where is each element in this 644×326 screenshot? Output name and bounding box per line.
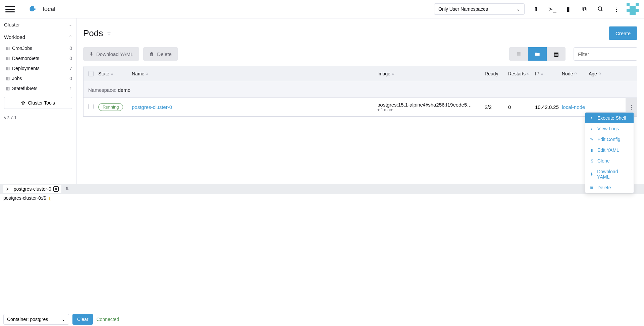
chevron-down-icon: ⌄ (516, 6, 520, 12)
user-avatar[interactable] (627, 3, 639, 15)
action-menu-item[interactable]: ⎘Clone (585, 155, 634, 166)
shell-icon[interactable]: ≻_ (549, 6, 555, 12)
create-button[interactable]: Create (609, 26, 637, 40)
sidebar-item[interactable]: ▥StatefulSets1 (0, 83, 76, 93)
terminal-tab[interactable]: ≻_ postgres-cluster-0 ✕ (3, 185, 61, 193)
page-title: Pods ☆ (83, 28, 112, 39)
action-menu-item[interactable]: ✎Edit Config (585, 134, 634, 145)
action-icon: ⎘ (589, 158, 594, 163)
action-menu-label: Edit YAML (597, 147, 619, 153)
clear-button[interactable]: Clear (72, 314, 93, 325)
filter-input[interactable] (574, 47, 637, 61)
delete-button[interactable]: 🗑 Delete (143, 47, 177, 61)
import-icon[interactable]: ⬆ (533, 6, 539, 12)
pod-ip: 10.42.0.25 (535, 104, 562, 110)
view-namespace-button[interactable] (528, 47, 547, 61)
select-all-checkbox[interactable] (88, 71, 94, 76)
sort-icon: ◇ (541, 72, 543, 75)
kubectl-icon[interactable]: ⧉ (581, 6, 588, 12)
menu-toggle[interactable] (5, 4, 15, 14)
svg-line-3 (601, 10, 602, 11)
sidebar-item-count: 0 (69, 76, 72, 81)
header-ready[interactable]: Ready (485, 71, 508, 76)
action-menu-label: Delete (597, 185, 611, 190)
action-icon: › (589, 116, 594, 120)
terminal-body[interactable]: postgres-cluster-0:/$ ▯ (0, 194, 644, 312)
action-menu-label: Clone (597, 158, 610, 164)
search-icon[interactable] (597, 6, 604, 12)
action-icon: › (589, 126, 594, 131)
kebab-menu-icon[interactable]: ⋮ (613, 6, 620, 12)
folder-icon: ▥ (5, 46, 10, 51)
action-icon: ⬇ (589, 172, 594, 177)
folder-icon: ▥ (5, 86, 10, 91)
row-action-menu: ›Execute Shell›View Logs✎Edit Config▮Edi… (585, 112, 634, 193)
sidebar-group-workload[interactable]: Workload ⌃ (0, 31, 76, 43)
chevron-down-icon: ⌄ (61, 317, 65, 322)
chevron-up-icon: ⌃ (69, 35, 72, 40)
container-select-label: Container: postgres (7, 317, 48, 322)
header-node[interactable]: Node◇ (562, 71, 589, 76)
namespace-selector[interactable]: Only User Namespaces ⌄ (434, 3, 525, 15)
header-name[interactable]: Name◇ (132, 71, 377, 76)
shell-icon: ≻_ (6, 187, 12, 191)
pod-ready: 2/2 (485, 104, 508, 110)
action-menu-item[interactable]: 🗑Delete (585, 182, 634, 193)
sidebar-item-label: CronJobs (12, 46, 32, 51)
view-list-button[interactable]: ≣ (509, 47, 528, 61)
view-flat-button[interactable]: ▤ (547, 47, 566, 61)
sidebar-item-count: 7 (69, 66, 72, 71)
sidebar-item-label: DaemonSets (12, 56, 39, 61)
action-icon: ✎ (589, 137, 594, 142)
header-restarts[interactable]: Restarts◇ (508, 71, 535, 76)
pod-restarts: 0 (508, 104, 535, 110)
header: local Only User Namespaces ⌄ ⬆ ≻_ ▮ ⧉ ⋮ (0, 0, 644, 18)
cluster-name: local (43, 6, 55, 13)
action-menu-label: View Logs (597, 126, 619, 131)
sidebar-item-count: 0 (69, 56, 72, 61)
pod-name-link[interactable]: postgres-cluster-0 (132, 104, 172, 110)
pod-node-link[interactable]: local-node (562, 104, 585, 110)
sidebar-item-count: 0 (69, 46, 72, 51)
sort-icon: ◇ (527, 72, 530, 75)
download-yaml-button[interactable]: ⬇ Download YAML (83, 47, 139, 61)
container-select[interactable]: Container: postgres ⌄ (3, 314, 69, 325)
folder-icon: ▥ (5, 76, 10, 81)
sidebar-group-cluster[interactable]: Cluster ⌄ (0, 18, 76, 31)
file-icon[interactable]: ▮ (565, 6, 572, 12)
header-state[interactable]: State◇ (98, 71, 132, 76)
terminal-tab-label: postgres-cluster-0 (14, 186, 51, 192)
action-menu-item[interactable]: ⬇Download YAML (585, 166, 634, 182)
close-tab-button[interactable]: ✕ (53, 186, 59, 192)
action-icon: ▮ (589, 148, 594, 152)
row-checkbox[interactable] (88, 104, 94, 109)
header-image[interactable]: Image◇ (377, 71, 485, 76)
sidebar-item[interactable]: ▥Deployments7 (0, 63, 76, 73)
gear-icon: ✿ (21, 100, 25, 106)
status-badge: Running (98, 103, 123, 111)
svg-point-1 (33, 6, 34, 7)
svg-point-2 (598, 7, 602, 10)
cluster-tools-label: Cluster Tools (28, 100, 55, 106)
action-menu-item[interactable]: ▮Edit YAML (585, 145, 634, 155)
connection-status: Connected (96, 317, 119, 322)
folder-icon: ▥ (5, 66, 10, 71)
sidebar-item[interactable]: ▥DaemonSets0 (0, 53, 76, 63)
action-menu-item[interactable]: ›Execute Shell (585, 113, 634, 123)
terminal-tabs: ≻_ postgres-cluster-0 ✕ ⇅ (0, 184, 644, 194)
folder-icon: ▥ (5, 56, 10, 61)
header-age[interactable]: Age◇ (589, 71, 632, 76)
sidebar-item-count: 1 (69, 86, 72, 91)
action-icon: 🗑 (589, 185, 594, 190)
sidebar-item[interactable]: ▥CronJobs0 (0, 43, 76, 53)
namespace-row: Namespace: demo (84, 81, 637, 98)
header-ip[interactable]: IP◇ (535, 71, 562, 76)
sidebar-item[interactable]: ▥Jobs0 (0, 73, 76, 83)
action-menu-item[interactable]: ›View Logs (585, 123, 634, 134)
cluster-tools-button[interactable]: ✿ Cluster Tools (4, 97, 72, 109)
action-menu-label: Edit Config (597, 137, 620, 142)
resize-panel-button[interactable]: ⇅ (65, 187, 69, 191)
star-icon[interactable]: ☆ (106, 29, 112, 37)
pods-table: State◇ Name◇ Image◇ Ready Restarts◇ IP◇ … (83, 66, 637, 117)
download-icon: ⬇ (89, 51, 94, 57)
